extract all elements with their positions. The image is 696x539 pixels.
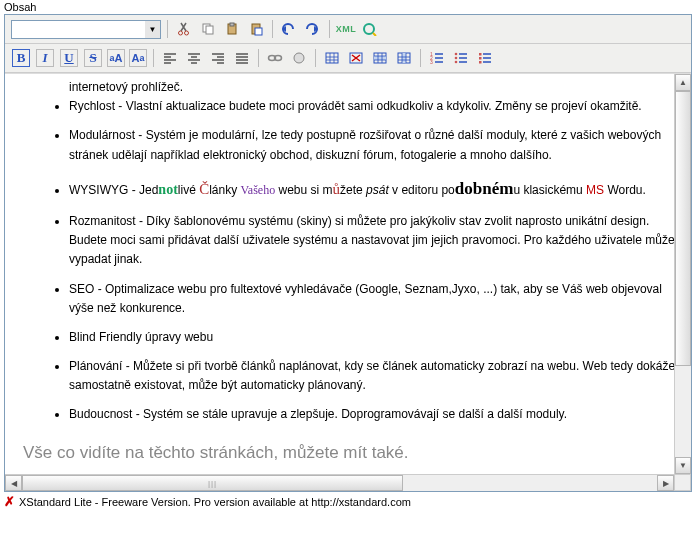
separator [258,49,259,67]
svg-point-21 [455,53,458,56]
svg-rect-12 [326,53,338,63]
list-item: Plánování - Můžete si při tvorbě článků … [69,357,681,395]
underline-button[interactable]: U [59,48,79,68]
editor-content-area[interactable]: internetový prohlížeč. Rychlost - Vlastn… [5,73,691,491]
toolbar-row-2: B I U S aA Aa 123 [5,44,691,73]
separator [167,20,168,38]
scroll-track[interactable] [22,475,657,491]
ordered-list-icon[interactable]: 123 [427,48,447,68]
list-item: Rychlost - Vlastní aktualizace budete mo… [69,97,681,116]
unordered-list-alt-icon[interactable] [475,48,495,68]
scroll-track[interactable] [675,91,691,457]
redo-icon[interactable] [303,19,323,39]
scroll-up-icon[interactable]: ▲ [675,74,691,91]
scroll-down-icon[interactable]: ▼ [675,457,691,474]
horizontal-scrollbar[interactable]: ◀ ▶ [5,474,674,491]
svg-rect-15 [374,56,386,60]
scroll-corner [674,474,691,491]
status-bar: ✗ XStandard Lite - Freeware Version. Pro… [0,492,696,511]
table-delete-icon[interactable] [346,48,366,68]
svg-rect-24 [479,53,482,56]
bold-button[interactable]: B [11,48,31,68]
align-left-icon[interactable] [160,48,180,68]
format-dropdown[interactable]: ▼ [11,20,161,39]
editor-frame: ▼ XML B I U S aA Aa [4,14,692,492]
status-text: XStandard Lite - Freeware Version. Pro v… [19,496,411,508]
list-item: Budoucnost - Systém se stále upravuje a … [69,405,681,424]
table-insert-icon[interactable] [322,48,342,68]
paste-icon[interactable] [222,19,242,39]
link-icon[interactable] [265,48,285,68]
scroll-left-icon[interactable]: ◀ [5,475,22,491]
svg-point-22 [455,57,458,60]
list-item: SEO - Optimalizace webu pro fultextové v… [69,280,681,318]
svg-rect-7 [255,28,262,35]
align-justify-icon[interactable] [232,48,252,68]
svg-point-23 [455,61,458,64]
svg-rect-25 [479,57,482,60]
svg-text:3: 3 [430,59,433,64]
align-right-icon[interactable] [208,48,228,68]
italic-button[interactable]: I [35,48,55,68]
list-item: WYSIWYG - Jednotlivé Články Vašeho webu … [69,175,681,202]
svg-rect-3 [206,26,213,34]
svg-point-8 [364,24,374,34]
unlink-icon[interactable] [289,48,309,68]
paste-word-icon[interactable] [246,19,266,39]
window-title: Obsah [0,0,696,14]
svg-point-0 [179,31,183,35]
scroll-thumb[interactable] [22,475,403,491]
separator [420,49,421,67]
content-fragment: internetový prohlížeč. [15,78,681,97]
list-item: Modulárnost - Systém je modulární, lze t… [69,126,681,164]
scroll-thumb[interactable] [675,91,691,366]
toolbar-row-1: ▼ XML [5,15,691,44]
svg-rect-5 [230,23,234,26]
separator [153,49,154,67]
list-item: Rozmanitost - Díky šablonovému systému (… [69,212,681,270]
subscript-button[interactable]: Aa [129,49,147,67]
vertical-scrollbar[interactable]: ▲ ▼ [674,74,691,474]
svg-point-11 [294,53,304,63]
superscript-button[interactable]: aA [107,49,125,67]
align-center-icon[interactable] [184,48,204,68]
content-heading: Vše co vidíte na těchto stránkách, můžet… [23,439,681,466]
cut-icon[interactable] [174,19,194,39]
separator [315,49,316,67]
table-col-icon[interactable] [394,48,414,68]
content-list: Rychlost - Vlastní aktualizace budete mo… [15,97,681,424]
svg-rect-26 [479,61,482,64]
svg-rect-17 [402,53,406,63]
chevron-down-icon[interactable]: ▼ [145,21,160,38]
scroll-right-icon[interactable]: ▶ [657,475,674,491]
strike-button[interactable]: S [83,48,103,68]
table-row-icon[interactable] [370,48,390,68]
svg-point-1 [185,31,189,35]
unordered-list-icon[interactable] [451,48,471,68]
xstandard-logo-icon: ✗ [4,494,15,509]
undo-icon[interactable] [279,19,299,39]
list-item: Blind Friendly úpravy webu [69,328,681,347]
preview-icon[interactable] [360,19,380,39]
separator [329,20,330,38]
format-dropdown-field[interactable] [12,21,145,38]
xml-button[interactable]: XML [336,19,356,39]
separator [272,20,273,38]
copy-icon[interactable] [198,19,218,39]
